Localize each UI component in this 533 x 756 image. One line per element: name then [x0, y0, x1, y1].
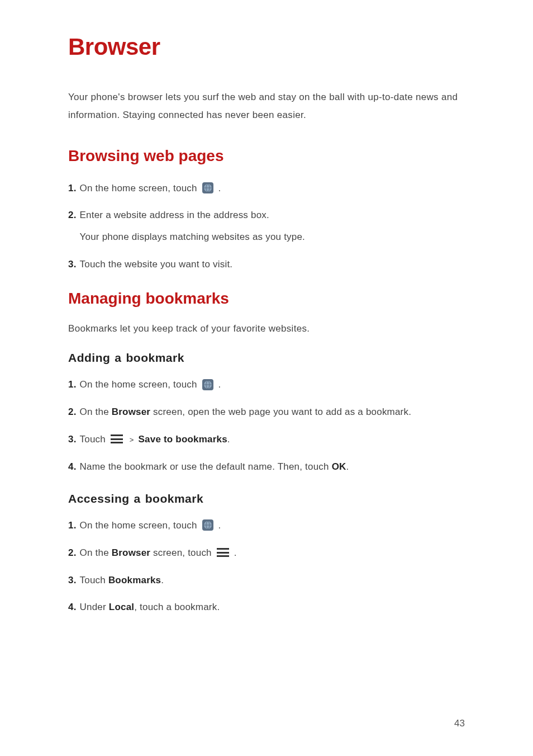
- page-title: Browser: [68, 34, 465, 60]
- step-body: On the Browser screen, open the web page…: [80, 404, 465, 420]
- step-number: 4.: [68, 599, 77, 616]
- sub-heading-accessing: Accessingabookmark: [68, 492, 465, 505]
- section-heading-bookmarks: Managing bookmarks: [68, 290, 465, 308]
- step-text-after: .: [161, 575, 164, 585]
- list-item: 1. On the home screen, touch .: [68, 518, 465, 534]
- step-text: Touch the website you want to visit.: [80, 259, 233, 270]
- step-text-after: .: [218, 379, 221, 390]
- bold-label: OK: [332, 461, 346, 472]
- heading-word: a: [115, 351, 121, 364]
- step-text: On the home screen, touch: [80, 183, 200, 193]
- bold-label: Local: [109, 602, 134, 612]
- step-text: Enter a website address in the address b…: [80, 210, 269, 220]
- browsing-steps-list: 1. On the home screen, touch . 2. Enter …: [68, 181, 465, 273]
- step-text: Touch: [80, 575, 108, 585]
- bold-label: Browser: [112, 407, 150, 417]
- step-text-after: .: [346, 461, 349, 472]
- step-number: 1.: [68, 518, 77, 534]
- step-body: On the home screen, touch .: [80, 518, 465, 534]
- step-number: 2.: [68, 545, 77, 561]
- sub-heading-adding: Addingabookmark: [68, 351, 465, 365]
- section-heading-browsing: Browsing web pages: [68, 147, 465, 165]
- step-text: On the home screen, touch: [80, 379, 200, 390]
- step-number: 1.: [68, 181, 77, 197]
- heading-word: Adding: [68, 351, 110, 364]
- step-number: 3.: [68, 573, 77, 589]
- step-text-after: , touch a bookmark.: [134, 602, 220, 612]
- step-body: Touch Bookmarks.: [80, 573, 465, 589]
- step-number: 3.: [68, 432, 77, 448]
- bold-label: Bookmarks: [108, 575, 161, 585]
- step-number: 3.: [68, 257, 77, 273]
- browser-icon: [202, 519, 214, 531]
- step-text-after: .: [234, 547, 237, 558]
- list-item: 3. Touch the website you want to visit.: [68, 257, 465, 273]
- step-text: screen, open the web page you want to ad…: [150, 407, 411, 417]
- step-body: Name the bookmark or use the default nam…: [80, 459, 465, 475]
- step-body: On the home screen, touch .: [80, 377, 465, 393]
- step-text: On the: [80, 407, 112, 417]
- step-text-after: .: [218, 520, 221, 531]
- list-item: 4. Under Local, touch a bookmark.: [68, 599, 465, 616]
- step-body: On the home screen, touch .: [80, 181, 465, 197]
- list-item: 2. Enter a website address in the addres…: [68, 207, 465, 245]
- step-text: Under: [80, 602, 109, 612]
- list-item: 2. On the Browser screen, open the web p…: [68, 404, 465, 420]
- heading-word: bookmark: [126, 351, 184, 364]
- step-text: Name the bookmark or use the default nam…: [80, 461, 332, 472]
- heading-word: a: [134, 492, 141, 505]
- list-item: 3. Touch > Save to bookmarks.: [68, 432, 465, 448]
- step-body: On the Browser screen, touch .: [80, 545, 465, 561]
- list-item: 4. Name the bookmark or use the default …: [68, 459, 465, 475]
- step-text-after: .: [227, 434, 230, 445]
- page-number: 43: [454, 718, 465, 729]
- bold-label: Save to bookmarks: [139, 434, 227, 445]
- step-number: 2.: [68, 404, 77, 420]
- list-item: 3. Touch Bookmarks.: [68, 573, 465, 589]
- step-text-after: .: [218, 183, 221, 193]
- step-body: Under Local, touch a bookmark.: [80, 599, 465, 616]
- list-item: 1. On the home screen, touch .: [68, 181, 465, 197]
- accessing-bookmark-steps: 1. On the home screen, touch . 2. On the…: [68, 518, 465, 616]
- step-body: Touch > Save to bookmarks.: [80, 432, 465, 448]
- step-sub-text: Your phone displays matching websites as…: [80, 229, 465, 245]
- step-body: Touch the website you want to visit.: [80, 257, 465, 273]
- adding-bookmark-steps: 1. On the home screen, touch . 2. On the…: [68, 377, 465, 475]
- browser-icon: [202, 182, 214, 194]
- step-number: 4.: [68, 459, 77, 475]
- list-item: 1. On the home screen, touch .: [68, 377, 465, 393]
- step-number: 1.: [68, 377, 77, 393]
- list-item: 2. On the Browser screen, touch .: [68, 545, 465, 561]
- step-text: Touch: [80, 434, 108, 445]
- step-text: On the home screen, touch: [80, 520, 200, 531]
- menu-icon: [217, 548, 229, 557]
- step-body: Enter a website address in the address b…: [80, 207, 465, 245]
- step-text: On the: [80, 547, 112, 558]
- menu-icon: [111, 434, 123, 443]
- section-intro: Bookmarks let you keep track of your fav…: [68, 323, 465, 334]
- browser-icon: [202, 379, 214, 391]
- intro-paragraph: Your phone's browser lets you surf the w…: [68, 88, 465, 125]
- heading-word: bookmark: [145, 492, 203, 505]
- step-text: screen, touch: [150, 547, 215, 558]
- heading-word: Accessing: [68, 492, 130, 505]
- greater-than-icon: >: [130, 436, 134, 444]
- step-number: 2.: [68, 207, 77, 224]
- bold-label: Browser: [112, 547, 150, 558]
